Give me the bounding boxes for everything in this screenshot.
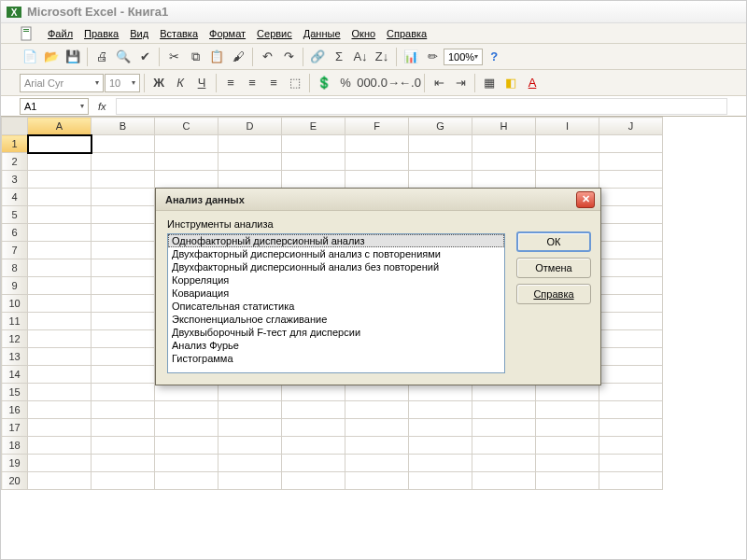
cell[interactable] [28, 455, 92, 472]
column-header[interactable]: J [599, 118, 663, 135]
row-header[interactable]: 13 [2, 348, 28, 366]
column-header[interactable]: C [155, 118, 218, 135]
autosum-icon[interactable]: Σ [329, 47, 349, 67]
column-header[interactable]: B [92, 118, 155, 135]
cell[interactable] [92, 135, 155, 153]
cell[interactable] [409, 171, 472, 189]
cell[interactable] [536, 419, 599, 437]
row-header[interactable]: 17 [2, 419, 28, 437]
cell[interactable] [472, 455, 536, 472]
menu-view[interactable]: Вид [124, 26, 154, 41]
row-header[interactable]: 9 [2, 277, 28, 295]
cell[interactable] [599, 472, 663, 490]
menu-tools[interactable]: Сервис [251, 26, 298, 41]
list-item[interactable]: Однофакторный дисперсионный анализ [168, 234, 504, 247]
percent-icon[interactable]: % [335, 73, 356, 93]
cell[interactable] [409, 455, 472, 472]
bold-button[interactable]: Ж [148, 73, 169, 93]
cell[interactable] [92, 313, 155, 330]
cell[interactable] [599, 189, 663, 206]
underline-button[interactable]: Ч [191, 73, 212, 93]
column-header[interactable]: G [409, 118, 472, 135]
cell[interactable] [92, 171, 155, 189]
cell[interactable] [28, 472, 92, 490]
cell[interactable] [92, 206, 155, 224]
row-header[interactable]: 14 [2, 366, 28, 384]
cell[interactable] [92, 224, 155, 242]
cell[interactable] [155, 455, 218, 472]
cell[interactable] [218, 419, 282, 437]
cell[interactable] [92, 153, 155, 171]
cell[interactable] [218, 455, 282, 472]
cell[interactable] [28, 224, 92, 242]
cell[interactable] [599, 455, 663, 472]
cell[interactable] [536, 437, 599, 455]
cell[interactable] [345, 455, 409, 472]
cell[interactable] [599, 313, 663, 330]
new-icon[interactable]: 📄 [20, 47, 40, 67]
column-header[interactable]: I [536, 118, 599, 135]
cell[interactable] [472, 171, 536, 189]
row-header[interactable]: 2 [2, 153, 28, 171]
cell[interactable] [282, 384, 345, 401]
row-header[interactable]: 8 [2, 259, 28, 277]
cell[interactable] [92, 401, 155, 419]
redo-icon[interactable]: ↷ [278, 47, 299, 67]
font-color-icon[interactable]: A [522, 73, 543, 93]
cell[interactable] [155, 384, 218, 401]
cell[interactable] [409, 472, 472, 490]
cell[interactable] [28, 384, 92, 401]
cell[interactable] [28, 437, 92, 455]
cell[interactable] [409, 419, 472, 437]
cell[interactable] [536, 135, 599, 153]
cell[interactable] [345, 153, 409, 171]
undo-icon[interactable]: ↶ [257, 47, 277, 67]
formula-input[interactable] [116, 98, 727, 115]
cell[interactable] [472, 401, 536, 419]
cell[interactable] [28, 313, 92, 330]
cell[interactable] [155, 153, 218, 171]
cell[interactable] [282, 153, 345, 171]
cell[interactable] [155, 135, 218, 153]
cell[interactable] [92, 242, 155, 259]
cell[interactable] [472, 437, 536, 455]
cell[interactable] [92, 472, 155, 490]
format-painter-icon[interactable]: 🖌 [228, 47, 248, 67]
increase-indent-icon[interactable]: ⇥ [450, 73, 471, 93]
cell[interactable] [345, 437, 409, 455]
cell[interactable] [345, 472, 409, 490]
cell[interactable] [282, 135, 345, 153]
column-header[interactable]: D [218, 118, 282, 135]
list-item[interactable]: Анализ Фурье [168, 339, 504, 352]
cell[interactable] [282, 472, 345, 490]
row-header[interactable]: 10 [2, 295, 28, 313]
cell[interactable] [536, 455, 599, 472]
cell[interactable] [472, 384, 536, 401]
menu-data[interactable]: Данные [298, 26, 346, 41]
currency-icon[interactable]: 💲 [314, 73, 334, 93]
cell[interactable] [218, 472, 282, 490]
cell[interactable] [218, 171, 282, 189]
cell[interactable] [472, 135, 536, 153]
cell[interactable] [92, 189, 155, 206]
fx-label[interactable]: fx [92, 101, 112, 112]
cell[interactable] [409, 153, 472, 171]
close-icon[interactable]: ✕ [576, 191, 595, 208]
row-header[interactable]: 18 [2, 437, 28, 455]
chart-icon[interactable]: 📊 [401, 47, 421, 67]
fill-color-icon[interactable]: ◧ [500, 73, 521, 93]
cell[interactable] [409, 437, 472, 455]
save-icon[interactable]: 💾 [63, 47, 83, 67]
dialog-titlebar[interactable]: Анализ данных ✕ [156, 189, 600, 211]
decrease-decimal-icon[interactable]: ←.0 [400, 73, 420, 93]
column-header[interactable]: A [28, 118, 92, 135]
list-item[interactable]: Двухфакторный дисперсионный анализ с пов… [168, 247, 504, 260]
cell[interactable] [28, 206, 92, 224]
cell[interactable] [599, 419, 663, 437]
cell[interactable] [282, 171, 345, 189]
row-header[interactable]: 5 [2, 206, 28, 224]
cell[interactable] [282, 455, 345, 472]
cell[interactable] [92, 384, 155, 401]
decrease-indent-icon[interactable]: ⇤ [429, 73, 449, 93]
copy-icon[interactable]: ⧉ [185, 47, 205, 67]
